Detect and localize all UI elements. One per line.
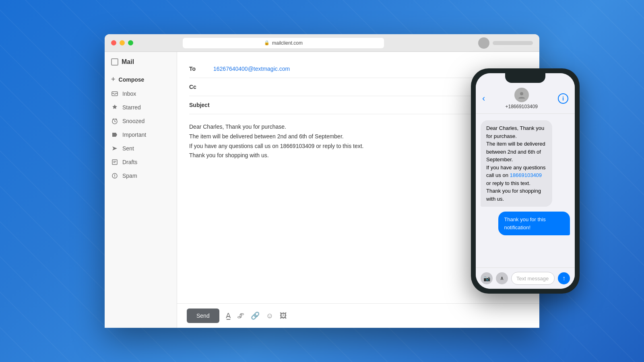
address-bar[interactable]: 🔒 mailclient.com bbox=[183, 38, 384, 48]
sidebar-item-spam[interactable]: Spam bbox=[105, 169, 177, 183]
phone-contact-area: +18669103409 bbox=[505, 88, 537, 109]
star-icon bbox=[111, 104, 118, 111]
phone-avatar bbox=[514, 88, 529, 102]
phone-mockup: ‹ +18669103409 i Dear Charles, Thank you… bbox=[471, 68, 580, 294]
spam-label: Spam bbox=[122, 173, 137, 179]
phone-link[interactable]: 18669103409 bbox=[510, 172, 542, 178]
close-button[interactable] bbox=[111, 40, 116, 45]
mail-checkbox[interactable] bbox=[111, 58, 118, 66]
lock-icon: 🔒 bbox=[264, 40, 270, 45]
mail-title: Mail bbox=[122, 58, 134, 66]
spam-icon bbox=[111, 172, 118, 179]
phone-appstore-button[interactable]: A bbox=[496, 272, 508, 284]
received-message: Dear Charles, Thank you for purchase. Th… bbox=[481, 120, 552, 207]
sidebar-item-starred[interactable]: Starred bbox=[105, 101, 177, 114]
important-label: Important bbox=[122, 132, 146, 138]
compose-label: Compose bbox=[119, 76, 144, 83]
traffic-lights bbox=[111, 40, 133, 45]
compose-button[interactable]: + Compose bbox=[105, 72, 177, 87]
image-icon[interactable]: 🖼 bbox=[280, 312, 287, 320]
phone-notch bbox=[505, 73, 545, 83]
sidebar-header: Mail bbox=[105, 58, 177, 72]
sidebar-item-sent[interactable]: Sent bbox=[105, 142, 177, 155]
inbox-icon bbox=[111, 90, 118, 97]
phone-input-placeholder: Text message bbox=[516, 276, 549, 282]
profile-avatar bbox=[478, 37, 489, 49]
subject-label: Subject bbox=[189, 102, 213, 108]
emoji-icon[interactable]: ☺ bbox=[266, 312, 273, 320]
sidebar-item-important[interactable]: Important bbox=[105, 128, 177, 142]
maximize-button[interactable] bbox=[128, 40, 133, 45]
phone-info-button[interactable]: i bbox=[558, 93, 568, 104]
attachment-icon[interactable]: 🖇 bbox=[237, 312, 244, 320]
profile-bar bbox=[493, 41, 533, 45]
sidebar-item-inbox[interactable]: Inbox bbox=[105, 87, 177, 101]
phone-camera-button[interactable]: 📷 bbox=[481, 272, 493, 284]
drafts-icon bbox=[111, 158, 118, 166]
important-icon bbox=[111, 131, 118, 138]
send-button[interactable]: Send bbox=[187, 309, 219, 323]
browser-chrome: 🔒 mailclient.com bbox=[105, 34, 539, 52]
phone-messages: Dear Charles, Thank you for purchase. Th… bbox=[476, 114, 575, 267]
url-text: mailclient.com bbox=[272, 40, 303, 46]
starred-label: Starred bbox=[122, 104, 141, 111]
phone-screen: ‹ +18669103409 i Dear Charles, Thank you… bbox=[476, 73, 575, 289]
phone-back-button[interactable]: ‹ bbox=[482, 93, 485, 104]
phone-send-button[interactable]: ↑ bbox=[558, 272, 570, 284]
svg-rect-0 bbox=[112, 92, 118, 96]
link-icon[interactable]: 🔗 bbox=[251, 311, 260, 320]
font-format-icon[interactable]: A̲ bbox=[226, 311, 231, 320]
svg-point-4 bbox=[520, 92, 523, 95]
svg-rect-2 bbox=[112, 160, 117, 165]
minimize-button[interactable] bbox=[120, 40, 125, 45]
profile-area bbox=[478, 37, 533, 49]
compose-toolbar: Send A̲ 🖇 🔗 ☺ 🖼 bbox=[177, 303, 539, 328]
compose-plus-icon: + bbox=[111, 75, 116, 84]
phone-text-input[interactable]: Text message bbox=[511, 272, 555, 285]
phone-input-row: 📷 A Text message ↑ bbox=[476, 267, 575, 289]
phone-contact-number: +18669103409 bbox=[505, 104, 537, 109]
drafts-label: Drafts bbox=[122, 159, 137, 165]
sidebar: Mail + Compose Inbox bbox=[105, 52, 177, 328]
to-label: To bbox=[189, 66, 213, 72]
sidebar-item-drafts[interactable]: Drafts bbox=[105, 155, 177, 169]
snoozed-label: Snoozed bbox=[122, 118, 144, 124]
sidebar-item-snoozed[interactable]: Snoozed bbox=[105, 114, 177, 128]
sent-message: Thank you for this notification! bbox=[498, 212, 570, 235]
inbox-label: Inbox bbox=[122, 90, 136, 97]
sent-label: Sent bbox=[122, 145, 134, 152]
send-icon bbox=[111, 145, 118, 152]
cc-label: Cc bbox=[189, 84, 213, 90]
clock-icon bbox=[111, 117, 118, 125]
